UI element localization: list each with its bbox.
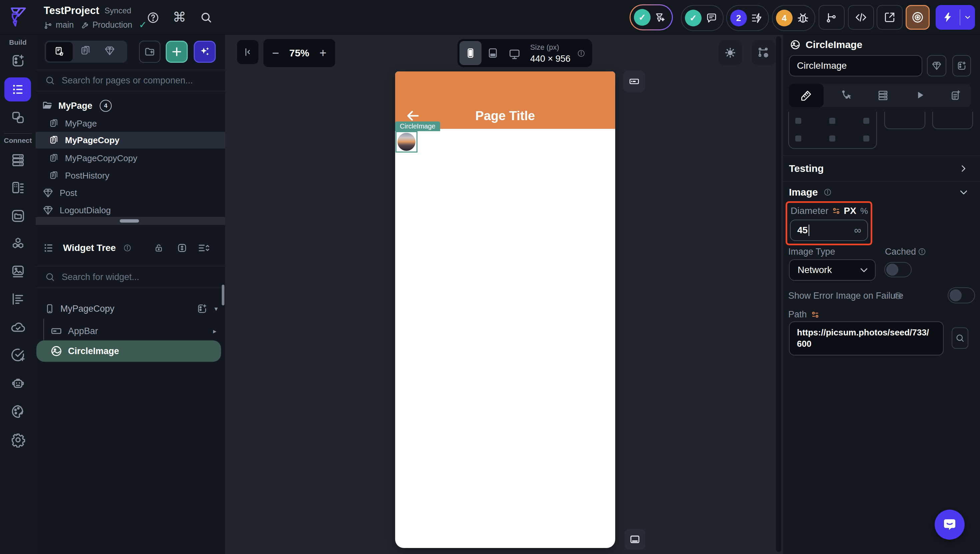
run-split-button[interactable] — [935, 5, 975, 30]
branch-name[interactable]: main — [56, 20, 74, 30]
comments-pill[interactable]: ✓ — [681, 5, 724, 31]
add-page-button[interactable] — [166, 41, 188, 63]
page-row[interactable]: MyPageCopyCopy — [36, 150, 225, 166]
page-row-selected[interactable]: MyPageCopy — [36, 132, 225, 148]
tab-components-only[interactable] — [100, 45, 120, 56]
sidebar-item-app-assets[interactable] — [0, 264, 36, 279]
path-input[interactable]: https://picsum.photos/seed/733/600 — [789, 321, 943, 355]
sidebar-item-widget-palette[interactable] — [0, 53, 36, 69]
tab-backend[interactable] — [877, 89, 889, 101]
collapse-panel-button[interactable] — [237, 40, 258, 64]
page-name: MyPageCopyCopy — [65, 153, 137, 163]
code-view-button[interactable] — [848, 5, 874, 30]
cached-toggle[interactable] — [884, 262, 912, 277]
phone-preview[interactable]: Page Title — [395, 72, 615, 548]
device-phone-button[interactable] — [460, 41, 482, 65]
device-tablet-button[interactable] — [487, 47, 499, 59]
command-menu-button[interactable]: ⌘ — [173, 10, 186, 25]
environment-name[interactable]: Production — [92, 20, 132, 30]
bottombar-shortcut-button[interactable] — [625, 529, 645, 550]
support-chat-button[interactable] — [935, 509, 965, 540]
canvas-settings-button[interactable] — [752, 40, 775, 65]
tree-node-circleimage-selected[interactable]: CircleImage — [37, 340, 221, 362]
sidebar-item-media-assets[interactable] — [0, 208, 36, 224]
sidebar-item-automations[interactable] — [0, 376, 36, 391]
panel-scrollbar-thumb[interactable] — [222, 285, 224, 305]
size-value[interactable]: 440 × 956 — [530, 54, 571, 64]
tab-properties[interactable] — [789, 84, 824, 107]
collapse-tree-button[interactable] — [198, 242, 210, 254]
zoom-out-button[interactable]: − — [272, 46, 279, 60]
help-button[interactable] — [147, 11, 159, 24]
tab-pages-only[interactable] — [76, 45, 96, 56]
tab-pages-and-components[interactable] — [46, 42, 73, 61]
tab-actions[interactable] — [841, 89, 853, 101]
unit-percent-toggle[interactable]: % — [860, 206, 868, 216]
design-check-pill[interactable]: ✓ — [630, 4, 673, 30]
pages-search-input[interactable]: Search for pages or componen... — [36, 70, 225, 91]
preview-eye-button[interactable] — [906, 5, 930, 30]
device-desktop-button[interactable] — [508, 48, 521, 61]
diameter-input[interactable]: 45 ∞ — [790, 220, 868, 241]
appbar-shortcut-button[interactable] — [623, 70, 645, 93]
sidebar-item-integrations[interactable] — [0, 236, 36, 252]
design-canvas[interactable]: − 75% + Size (px) 440 × 956 — [225, 34, 783, 554]
sidebar-item-data-types[interactable] — [0, 180, 36, 195]
tab-test[interactable] — [914, 89, 926, 101]
circle-image-widget[interactable] — [398, 133, 415, 151]
sidebar-item-settings[interactable] — [0, 432, 36, 447]
selection-outline[interactable] — [396, 131, 417, 153]
padding-preset-button[interactable] — [884, 112, 925, 129]
canvas-scrollbar[interactable] — [776, 37, 781, 552]
lock-widget-tree-button[interactable] — [154, 243, 164, 253]
expand-node-caret[interactable]: ▸ — [213, 327, 216, 335]
run-menu-chevron-icon[interactable] — [960, 13, 975, 21]
padding-control-preview[interactable] — [788, 112, 877, 149]
convert-to-component-button[interactable] — [927, 55, 946, 77]
sidebar-item-tests[interactable] — [0, 347, 36, 362]
tab-documentation[interactable] — [950, 89, 962, 101]
ai-generate-button[interactable] — [194, 41, 216, 63]
widget-name-input[interactable]: CircleImage — [789, 55, 922, 77]
actions-pill[interactable]: 2 — [726, 5, 769, 31]
add-widget-icon[interactable] — [196, 303, 208, 315]
sidebar-item-theme[interactable] — [0, 404, 36, 419]
panel-resize-handle[interactable] — [36, 217, 225, 225]
zoom-in-button[interactable]: + — [320, 46, 326, 60]
widget-search-input[interactable]: Search for widget... — [36, 266, 225, 288]
image-section-header[interactable]: Image — [783, 182, 980, 203]
page-row[interactable]: PostHistory — [36, 168, 225, 183]
sidebar-item-database[interactable] — [0, 153, 36, 168]
set-from-variable-icon[interactable] — [811, 310, 820, 319]
component-row[interactable]: Post — [36, 185, 225, 201]
add-folder-button[interactable] — [139, 41, 161, 63]
collapse-node-caret[interactable]: ▾ — [215, 305, 218, 313]
theme-mode-button[interactable] — [719, 40, 742, 65]
path-search-button[interactable] — [951, 327, 968, 349]
tree-node-appbar[interactable]: AppBar ▸ — [36, 323, 225, 339]
testing-section-header[interactable]: Testing — [783, 156, 980, 181]
preview-app-bar[interactable]: Page Title — [395, 72, 615, 129]
page-row[interactable]: MyPage — [36, 116, 225, 131]
padding-preset-button[interactable] — [932, 112, 973, 129]
sidebar-item-components[interactable] — [0, 110, 36, 125]
tree-root-row[interactable]: MyPageCopy ▾ — [36, 300, 225, 317]
flutterflow-logo-icon[interactable] — [7, 5, 30, 29]
run-bolt-icon[interactable] — [935, 12, 960, 23]
sidebar-item-deploy[interactable] — [0, 320, 36, 335]
wrap-widget-button[interactable] — [952, 55, 971, 77]
sidebar-item-page-selector[interactable] — [4, 77, 31, 101]
issues-pill[interactable]: 4 — [772, 5, 815, 31]
image-type-dropdown[interactable]: Network — [789, 259, 876, 281]
component-row[interactable]: LogoutDialog — [36, 203, 225, 218]
set-from-variable-icon[interactable] — [832, 206, 841, 216]
branching-button[interactable] — [819, 5, 845, 30]
expand-tree-button[interactable] — [177, 242, 188, 254]
show-error-toggle[interactable] — [948, 287, 975, 303]
sidebar-item-custom-code[interactable] — [0, 291, 36, 307]
unit-px-toggle[interactable]: PX — [844, 206, 856, 216]
infinity-button[interactable]: ∞ — [854, 225, 861, 236]
folder-row-mypage[interactable]: MyPage 4 — [36, 99, 225, 113]
search-button[interactable] — [200, 11, 212, 23]
open-external-button[interactable] — [877, 5, 903, 30]
